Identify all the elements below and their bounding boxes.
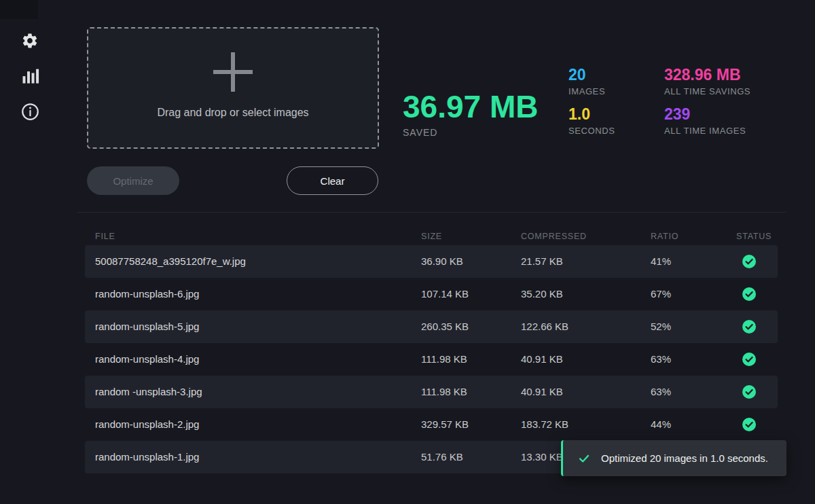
stat-all-time-savings: 328.96 MB ALL TIME SAVINGS: [664, 67, 750, 96]
ratio-cell: 44%: [651, 408, 671, 441]
status-done-icon: [742, 418, 756, 431]
column-header-compressed: COMPRESSED: [521, 232, 587, 241]
compressed-cell: 21.57 KB: [521, 245, 563, 278]
size-cell: 36.90 KB: [421, 245, 463, 278]
saved-summary: 36.97 MB SAVED: [403, 91, 538, 138]
sidebar: [0, 0, 61, 504]
file-name-cell: 50087758248_a395120f7e_w.jpg: [95, 245, 246, 278]
table-row[interactable]: random-unsplash-4.jpg 111.98 KB 40.91 KB…: [85, 343, 778, 376]
info-icon: [21, 103, 39, 121]
column-header-status: STATUS: [736, 232, 772, 241]
compressed-cell: 40.91 KB: [521, 376, 563, 408]
stat-seconds-label: SECONDS: [568, 126, 615, 136]
status-done-icon: [742, 320, 756, 334]
optimize-button[interactable]: Optimize: [87, 166, 179, 195]
size-cell: 329.57 KB: [421, 408, 469, 441]
stat-images-label: IMAGES: [568, 86, 605, 96]
toast-check-icon: [578, 452, 590, 465]
stat-images-value: 20: [568, 67, 605, 84]
ratio-cell: 41%: [651, 245, 671, 278]
file-name-cell: random-unsplash-5.jpg: [95, 310, 199, 343]
size-cell: 111.98 KB: [421, 343, 467, 376]
file-name-cell: random-unsplash-6.jpg: [95, 278, 199, 310]
stat-all-time-savings-value: 328.96 MB: [664, 67, 750, 84]
file-table-body: 50087758248_a395120f7e_w.jpg 36.90 KB 21…: [85, 245, 778, 473]
file-name-cell: random-unsplash-4.jpg: [95, 343, 199, 376]
compressed-cell: 13.30 KB: [521, 441, 563, 473]
saved-label: SAVED: [403, 127, 538, 138]
table-row[interactable]: random-unsplash-6.jpg 107.14 KB 35.20 KB…: [85, 278, 778, 310]
toast-notification[interactable]: Optimized 20 images in 1.0 seconds.: [561, 440, 786, 476]
status-done-icon: [742, 287, 756, 301]
stat-all-time-images-value: 239: [664, 106, 746, 123]
saved-value: 36.97 MB: [403, 91, 538, 122]
table-row[interactable]: random-unsplash-5.jpg 260.35 KB 122.66 K…: [85, 310, 778, 343]
stat-seconds-value: 1.0: [568, 106, 615, 123]
stat-images: 20 IMAGES: [568, 67, 605, 96]
table-row[interactable]: 50087758248_a395120f7e_w.jpg 36.90 KB 21…: [85, 245, 778, 278]
compressed-cell: 35.20 KB: [521, 278, 563, 310]
column-header-ratio: RATIO: [651, 232, 678, 241]
toast-message: Optimized 20 images in 1.0 seconds.: [601, 452, 768, 464]
plus-icon: [213, 52, 253, 92]
table-row[interactable]: random -unsplash-3.jpg 111.98 KB 40.91 K…: [85, 376, 778, 408]
size-cell: 107.14 KB: [421, 278, 469, 310]
gear-icon: [21, 32, 39, 50]
settings-button[interactable]: [20, 31, 40, 51]
ratio-cell: 67%: [651, 278, 671, 310]
stat-seconds: 1.0 SECONDS: [568, 106, 615, 136]
size-cell: 260.35 KB: [421, 310, 469, 343]
file-name-cell: random-unsplash-2.jpg: [95, 408, 199, 441]
compressed-cell: 183.72 KB: [521, 408, 568, 441]
column-header-file: FILE: [95, 232, 115, 241]
stat-all-time-savings-label: ALL TIME SAVINGS: [664, 86, 750, 96]
bar-chart-icon: [20, 66, 39, 85]
info-button[interactable]: [20, 101, 40, 122]
ratio-cell: 63%: [651, 343, 671, 376]
column-header-size: SIZE: [421, 232, 442, 241]
stat-all-time-images: 239 ALL TIME IMAGES: [664, 106, 746, 136]
ratio-cell: 63%: [651, 376, 671, 408]
size-cell: 111.98 KB: [421, 376, 467, 408]
compressed-cell: 122.66 KB: [521, 310, 568, 343]
status-done-icon: [742, 255, 756, 268]
dropzone-label: Drag and drop or select images: [157, 107, 308, 119]
dropzone[interactable]: Drag and drop or select images: [87, 27, 379, 149]
status-done-icon: [742, 353, 756, 366]
status-done-icon: [742, 385, 756, 399]
clear-button[interactable]: Clear: [287, 166, 378, 195]
ratio-cell: 52%: [651, 310, 671, 343]
table-row[interactable]: random-unsplash-2.jpg 329.57 KB 183.72 K…: [85, 408, 778, 441]
stat-all-time-images-label: ALL TIME IMAGES: [664, 126, 746, 136]
size-cell: 51.76 KB: [421, 441, 463, 473]
section-divider: [77, 212, 786, 213]
file-name-cell: random-unsplash-1.jpg: [95, 441, 199, 473]
image-optimizer-window: Drag and drop or select images Optimize …: [0, 0, 815, 504]
stats-button[interactable]: [20, 65, 40, 86]
compressed-cell: 40.91 KB: [521, 343, 563, 376]
file-name-cell: random -unsplash-3.jpg: [95, 376, 202, 408]
